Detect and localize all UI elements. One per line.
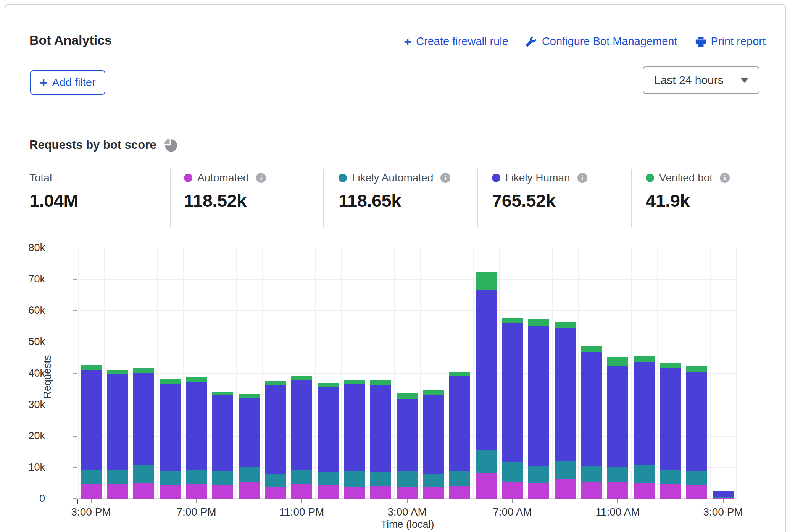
requests-bar-chart: 010k20k30k40k50k60k70k80k3:00 PM7:00 PM1… — [78, 248, 737, 499]
bar-segment-likely-automated — [555, 461, 576, 480]
gridline-v — [420, 248, 421, 499]
bar-segment-verified-bot — [160, 379, 181, 384]
bar-4-00-AM — [423, 390, 444, 499]
section-title-row: Requests by bot score — [29, 137, 178, 153]
bar-segment-likely-automated — [212, 471, 233, 485]
bar-segment-likely-automated — [133, 464, 154, 483]
bar-segment-verified-bot — [265, 381, 286, 385]
wrench-icon — [526, 36, 537, 47]
gridline-v — [236, 248, 237, 499]
bar-segment-automated — [370, 486, 391, 499]
add-filter-button[interactable]: + Add filter — [30, 70, 105, 95]
stat-total: Total 1.04M — [29, 172, 78, 211]
y-axis-tick — [73, 248, 77, 248]
gridline-h — [78, 248, 737, 248]
bar-5-00-PM — [133, 368, 154, 499]
bar-1-00-PM — [660, 363, 681, 499]
bar-segment-likely-automated — [265, 474, 286, 487]
gridline-v — [315, 248, 316, 499]
bar-segment-likely-automated — [291, 470, 312, 484]
bar-segment-verified-bot — [370, 380, 391, 385]
x-axis-tick — [723, 499, 724, 503]
bar-7-00-PM — [186, 377, 207, 499]
x-axis-label: 3:00 AM — [369, 506, 445, 518]
stat-verified-bot-label: Verified bot — [659, 172, 713, 184]
legend-dot-likely-human — [492, 174, 500, 182]
bar-segment-automated — [291, 484, 312, 499]
bar-segment-likely-human — [476, 290, 497, 450]
stat-divider — [323, 169, 324, 227]
time-range-dropdown[interactable]: Last 24 hours — [643, 66, 759, 94]
stat-likely-automated-value: 118.65k — [339, 190, 450, 211]
bar-segment-automated — [133, 483, 154, 499]
create-firewall-rule-label: Create firewall rule — [416, 35, 508, 48]
bar-segment-automated — [212, 485, 233, 499]
bar-1-00-AM — [344, 380, 365, 499]
bar-segment-likely-human — [555, 328, 576, 461]
bar-segment-likely-automated — [397, 471, 418, 487]
print-report-link[interactable]: Print report — [695, 35, 766, 48]
configure-bot-management-link[interactable]: Configure Bot Management — [526, 35, 677, 48]
bar-segment-likely-human — [634, 362, 655, 464]
plus-icon: + — [404, 36, 411, 47]
bar-segment-likely-automated — [318, 472, 339, 485]
bar-segment-automated — [660, 484, 681, 499]
x-axis-label: 3:00 PM — [685, 506, 761, 518]
bar-5-00-AM — [449, 372, 470, 499]
gridline-h — [78, 310, 737, 311]
info-icon[interactable]: i — [440, 173, 450, 183]
x-axis-tick — [196, 499, 197, 503]
x-axis-origin-tick — [77, 499, 78, 504]
bar-12-00-PM — [634, 356, 655, 499]
bar-segment-automated — [160, 485, 181, 499]
stat-likely-human: Likely Human i 765.52k — [492, 172, 587, 211]
bar-segment-likely-automated — [634, 464, 655, 483]
y-axis-tick — [73, 436, 77, 437]
bar-segment-automated — [423, 487, 444, 499]
bar-segment-likely-human — [265, 385, 286, 474]
bar-segment-verified-bot — [607, 357, 628, 366]
gridline-v — [526, 248, 526, 499]
y-axis-label: 10k — [0, 461, 45, 473]
bar-segment-likely-automated — [423, 474, 444, 487]
x-axis-label: 7:00 AM — [474, 506, 551, 518]
gridline-h — [78, 279, 737, 280]
bar-10-00-AM — [581, 345, 602, 499]
bar-segment-verified-bot — [133, 368, 154, 373]
bar-segment-automated — [265, 487, 286, 499]
bar-segment-likely-automated — [607, 467, 628, 482]
gridline-v — [473, 248, 474, 499]
info-icon[interactable]: i — [577, 173, 587, 183]
y-axis-tick — [73, 467, 77, 468]
x-axis-label: 3:00 PM — [53, 506, 129, 518]
y-axis-label: 80k — [0, 242, 45, 254]
bar-segment-automated — [528, 483, 549, 499]
stat-likely-human-value: 765.52k — [492, 190, 587, 211]
stat-automated-label: Automated — [197, 172, 249, 184]
x-axis-title: Time (local) — [78, 519, 737, 530]
bar-segment-automated — [502, 482, 523, 499]
info-icon[interactable]: i — [256, 173, 266, 183]
create-firewall-rule-link[interactable]: + Create firewall rule — [404, 35, 508, 48]
bar-segment-likely-human — [660, 368, 681, 470]
bar-segment-likely-automated — [581, 466, 602, 482]
y-axis-label: 30k — [0, 399, 45, 411]
bar-segment-likely-automated — [686, 471, 707, 485]
gridline-v — [262, 248, 263, 499]
y-axis-tick — [73, 279, 77, 280]
bar-segment-likely-automated — [660, 470, 681, 484]
bar-segment-likely-human — [212, 395, 233, 471]
bar-8-00-PM — [212, 392, 233, 499]
bar-3-00-AM — [397, 393, 418, 499]
info-icon[interactable]: i — [720, 173, 730, 183]
stat-verified-bot-value: 41.9k — [646, 190, 730, 211]
bar-6-00-PM — [160, 379, 181, 499]
gridline-v — [710, 248, 711, 499]
bar-7-00-AM — [502, 318, 523, 499]
bar-segment-likely-human — [370, 385, 391, 472]
bar-segment-automated — [81, 484, 102, 499]
bar-2-00-PM — [686, 366, 707, 499]
bar-8-00-AM — [528, 319, 549, 499]
bar-9-00-AM — [555, 322, 576, 499]
header-divider — [5, 108, 785, 108]
